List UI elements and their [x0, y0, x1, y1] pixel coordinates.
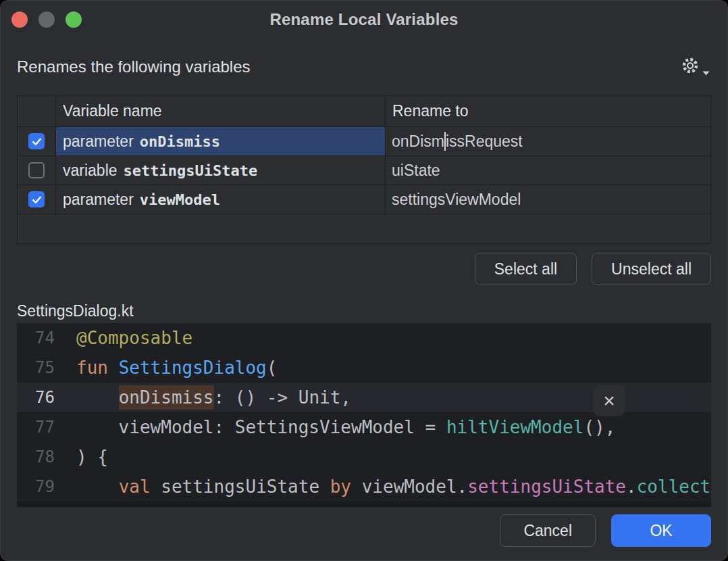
table-header-row: Variable name Rename to	[18, 96, 710, 127]
close-window-button[interactable]	[11, 11, 28, 28]
variable-name-cell[interactable]: parameteronDismiss	[55, 127, 385, 155]
line-number: 79	[17, 477, 63, 496]
gear-icon	[680, 55, 700, 78]
traffic-lights	[11, 11, 82, 28]
variable-kind-label: parameter	[63, 191, 134, 209]
variable-name-cell[interactable]: variablesettingsUiState	[55, 156, 385, 185]
table-row[interactable]: parameteronDismissonDismissRequest	[18, 127, 710, 156]
usage-highlight: onDismiss	[119, 385, 214, 410]
rename-to-cell[interactable]: settingsViewModel	[385, 185, 710, 214]
code-text: viewModel: SettingsViewModel = hiltViewM…	[76, 417, 615, 437]
checkbox-cell	[18, 127, 55, 155]
line-number: 74	[17, 328, 63, 347]
checkbox-cell	[18, 156, 55, 185]
window-title: Rename Local Variables	[269, 10, 458, 29]
line-number: 77	[17, 418, 63, 437]
titlebar: Rename Local Variables	[1, 1, 727, 39]
code-text: fun SettingsDialog(	[76, 358, 277, 378]
variable-identifier: onDismiss	[140, 133, 220, 150]
variables-table: Variable name Rename to parameteronDismi…	[17, 95, 711, 244]
code-line: 74@Composable	[17, 323, 711, 353]
code-line: 79 val settingsUiState by viewModel.sett…	[17, 472, 711, 502]
rename-to-cell[interactable]: onDismissRequest	[385, 127, 710, 155]
horizontal-scrollbar[interactable]	[17, 502, 711, 507]
rename-value: onDism	[392, 132, 444, 151]
dialog-description: Renames the following variables	[17, 57, 251, 76]
cancel-button[interactable]: Cancel	[500, 514, 596, 547]
chevron-down-icon	[702, 66, 710, 78]
minimize-window-button[interactable]	[38, 11, 55, 28]
close-preview-button[interactable]: ×	[594, 385, 625, 416]
rename-value-after-caret: issRequest	[446, 132, 523, 151]
line-number: 78	[17, 447, 63, 466]
line-number: 75	[17, 358, 63, 377]
code-text: @Composable	[76, 328, 192, 348]
select-all-button[interactable]: Select all	[475, 253, 577, 285]
code-line: 77 viewModel: SettingsViewModel = hiltVi…	[17, 412, 711, 442]
code-text: ) {	[76, 447, 108, 467]
rename-to-cell[interactable]: uiState	[385, 156, 710, 185]
column-header-rename-to: Rename to	[385, 96, 710, 126]
code-line: 78) {	[17, 442, 711, 472]
preview-file-label: SettingsDialog.kt	[17, 301, 711, 320]
settings-gear-button[interactable]	[679, 54, 711, 80]
checkbox-cell	[18, 185, 55, 214]
column-header-variable-name: Variable name	[55, 96, 385, 126]
code-line: 75fun SettingsDialog(	[17, 353, 711, 383]
unchecked-checkbox[interactable]	[28, 162, 45, 178]
table-row[interactable]: variablesettingsUiStateuiState	[18, 156, 710, 185]
code-text: val settingsUiState by viewModel.setting…	[76, 477, 711, 497]
checked-checkbox[interactable]	[28, 191, 45, 208]
variable-kind-label: parameter	[63, 132, 134, 151]
line-number: 76	[17, 388, 63, 407]
variable-kind-label: variable	[63, 162, 118, 180]
checked-checkbox[interactable]	[28, 133, 45, 149]
unselect-all-button[interactable]: Unselect all	[592, 253, 711, 285]
variable-name-cell[interactable]: parameterviewModel	[55, 185, 385, 214]
code-preview-editor[interactable]: 74@Composable75fun SettingsDialog(76 onD…	[17, 323, 711, 507]
table-row[interactable]: parameterviewModelsettingsViewModel	[18, 185, 710, 214]
rename-value: uiState	[392, 162, 440, 180]
rename-dialog-window: Rename Local Variables Renames the follo…	[0, 0, 728, 561]
dialog-content: Renames the following variables Variable…	[1, 56, 727, 547]
ok-button[interactable]: OK	[611, 514, 711, 547]
table-empty-area	[18, 214, 710, 243]
zoom-window-button[interactable]	[66, 11, 82, 28]
variable-identifier: settingsUiState	[124, 162, 258, 179]
code-text: onDismiss: () -> Unit,	[76, 387, 351, 408]
rename-value: settingsViewModel	[392, 191, 521, 209]
variable-identifier: viewModel	[140, 191, 220, 208]
